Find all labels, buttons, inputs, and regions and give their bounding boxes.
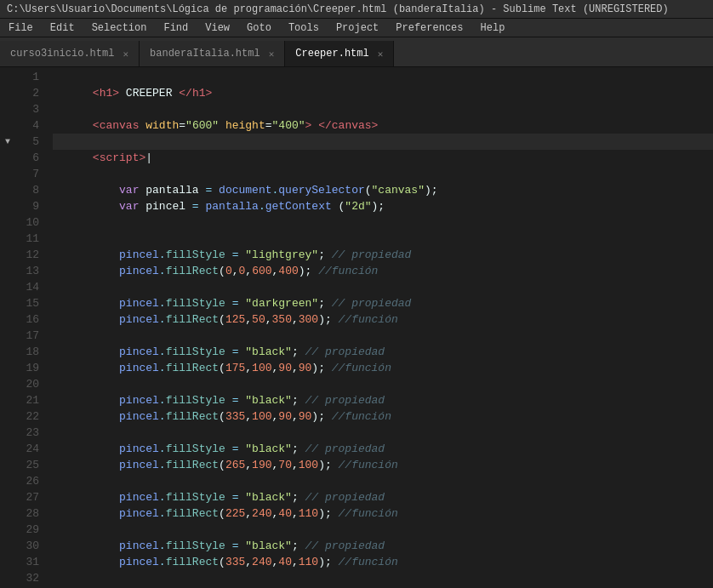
collapse-17 [0,328,15,344]
line-num-27: 27 [15,489,39,505]
line-num-32: 32 [15,570,39,586]
line-num-30: 30 [15,538,39,554]
tab-close-icon[interactable]: ✕ [378,49,384,60]
collapse-30 [0,538,15,554]
menu-bar: File Edit Selection Find View Goto Tools… [0,19,713,37]
collapse-3 [0,101,15,117]
menu-tools[interactable]: Tools [280,20,328,36]
collapse-12 [0,247,15,263]
collapse-27 [0,489,15,505]
code-line-3: <canvas width="600" height="400"> </canv… [53,101,713,117]
collapse-16 [0,311,15,328]
code-line-1: <h1> CREEPER </h1> [53,69,713,85]
collapse-5[interactable]: ▼ [0,134,15,150]
line-num-10: 10 [15,214,39,231]
code-line-10 [53,214,713,231]
line-num-1: 1 [15,69,39,85]
code-line-29: pincel.fillStyle = "black"; // propiedad [53,522,713,538]
code-area[interactable]: <h1> CREEPER </h1> <canvas width="600" h… [46,67,713,588]
collapse-13 [0,263,15,279]
line-num-16: 16 [15,311,39,328]
line-num-12: 12 [15,247,39,263]
menu-view[interactable]: View [197,20,238,36]
line-num-8: 8 [15,182,39,198]
line-num-15: 15 [15,295,39,311]
line-num-20: 20 [15,376,39,392]
line-num-7: 7 [15,166,39,182]
collapse-4 [0,117,15,134]
collapse-25 [0,457,15,473]
line-num-21: 21 [15,392,39,408]
collapse-31 [0,554,15,570]
line-num-6: 6 [15,150,39,166]
line-num-9: 9 [15,198,39,214]
collapse-8 [0,182,15,198]
collapse-15 [0,295,15,311]
code-line-23: pincel.fillStyle = "black"; // propiedad [53,425,713,441]
code-line-32 [53,570,713,586]
collapse-29 [0,522,15,538]
line-num-2: 2 [15,85,39,101]
code-line-20: pincel.fillStyle = "black"; // propiedad [53,376,713,392]
collapse-2 [0,85,15,101]
line-num-11: 11 [15,231,39,247]
collapse-gutter: ▼ [0,67,15,588]
line-num-4: 4 [15,117,39,134]
line-num-26: 26 [15,473,39,489]
line-num-25: 25 [15,457,39,473]
line-num-19: 19 [15,360,39,376]
menu-preferences[interactable]: Preferences [387,20,471,36]
collapse-22 [0,408,15,425]
code-line-11: pincel.fillStyle = "lightgrey"; // propi… [53,231,713,247]
line-num-14: 14 [15,279,39,295]
collapse-23 [0,425,15,441]
line-num-29: 29 [15,522,39,538]
menu-file[interactable]: File [0,20,42,36]
code-line-14: pincel.fillStyle = "darkgreen"; // propi… [53,279,713,295]
collapse-7 [0,166,15,182]
line-num-17: 17 [15,328,39,344]
menu-goto[interactable]: Goto [238,20,280,36]
code-line-7: var pantalla = document.querySelector("c… [53,166,713,182]
tab-label: banderaItalia.html [150,48,260,60]
collapse-6 [0,150,15,166]
tab-creeper[interactable]: Creeper.html ✕ [285,41,394,66]
collapse-24 [0,441,15,457]
line-num-24: 24 [15,441,39,457]
collapse-14 [0,279,15,295]
collapse-20 [0,376,15,392]
menu-project[interactable]: Project [328,20,387,36]
line-num-22: 22 [15,408,39,425]
title-text: C:\Users\Usuario\Documents\Lógica de pro… [7,3,669,15]
collapse-9 [0,198,15,214]
line-num-31: 31 [15,554,39,570]
collapse-11 [0,231,15,247]
line-num-23: 23 [15,425,39,441]
line-num-3: 3 [15,101,39,117]
editor: ▼ 1 2 3 4 5 6 7 8 [0,67,713,588]
menu-edit[interactable]: Edit [42,20,83,36]
menu-find[interactable]: Find [155,20,197,36]
code-line-17: pincel.fillStyle = "black"; // propiedad [53,328,713,344]
collapse-32 [0,570,15,586]
code-line-26: pincel.fillStyle = "black"; // propiedad [53,473,713,489]
collapse-10 [0,214,15,231]
menu-selection[interactable]: Selection [83,20,156,36]
collapse-18 [0,344,15,360]
code-line-5: <script>| [53,134,713,150]
tab-bar: curso3inicio.html ✕ banderaItalia.html ✕… [0,37,713,67]
line-numbers: 1 2 3 4 5 6 7 8 9 10 11 12 13 14 15 16 1… [15,67,46,588]
collapse-21 [0,392,15,408]
tab-curso3inicio[interactable]: curso3inicio.html ✕ [0,41,140,66]
tab-label: curso3inicio.html [10,48,114,60]
collapse-28 [0,505,15,522]
tab-close-icon[interactable]: ✕ [269,49,275,60]
tab-banderaitalia[interactable]: banderaItalia.html ✕ [140,41,285,66]
tab-close-icon[interactable]: ✕ [123,49,128,60]
title-bar: C:\Users\Usuario\Documents\Lógica de pro… [0,0,713,19]
menu-help[interactable]: Help [472,20,514,36]
tab-label: Creeper.html [295,48,368,60]
collapse-1 [0,69,15,85]
line-num-5: 5 [15,134,39,150]
line-num-18: 18 [15,344,39,360]
